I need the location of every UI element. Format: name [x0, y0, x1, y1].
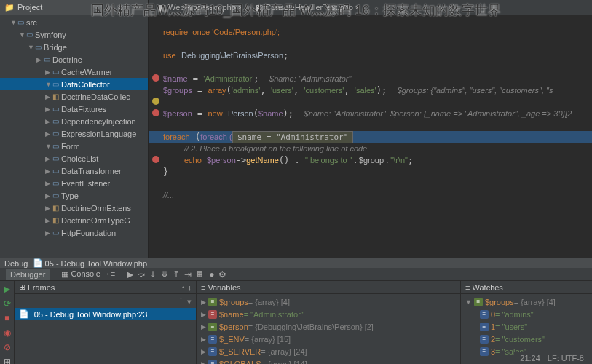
editor-area: ◧ WebProcessor.php ×◧ ConsoleHandlerTest…	[149, 0, 592, 258]
breakpoint-icon[interactable]	[152, 109, 159, 116]
tab-console[interactable]: ▦ Console →≡	[57, 268, 119, 280]
variable-row[interactable]: ▶≡$person = {Debugging\JetBrains\Person}…	[197, 320, 460, 333]
frames-title: Frames	[28, 283, 55, 292]
variables-panel: ≡ Variables ▶≡$groups = {array} [4]▶≡$na…	[197, 281, 461, 364]
watches-panel: ≡ Watches ▼≡$groups = {array} [4] ≡0 = "…	[461, 281, 592, 364]
settings-icon[interactable]: ⚙	[218, 269, 226, 280]
debug-toolbar: Debugger ▦ Console →≡ ▶ ⤼ ⤓ ⤋ ⤒ ⇥ 🖩 ● ⚙	[0, 268, 592, 281]
file-icon: 📄	[19, 309, 29, 319]
tree-node[interactable]: ▶◧DoctrineOrmTypeG	[0, 214, 148, 226]
tree-node[interactable]: ▶▭DataTransformer	[0, 165, 148, 177]
force-step-icon[interactable]: ⤋	[161, 269, 168, 280]
debug-left-rail: ▶ ⟳ ■ ◉ ⊘ ⊞	[0, 281, 15, 364]
debug-title-bar[interactable]: Debug 📄 05 - Debug Tool Window.php	[0, 258, 592, 268]
variable-row[interactable]: ▶≡$GLOBALS = {array} [14]	[197, 357, 460, 364]
watch-item[interactable]: ≡1 = "users"	[461, 320, 592, 333]
evaluate-icon[interactable]: 🖩	[196, 269, 205, 280]
tree-node[interactable]: ▼▭Form	[0, 140, 148, 152]
view-bp-icon[interactable]: ◉	[4, 328, 11, 338]
tree-node[interactable]: ▼▭DataCollector	[0, 78, 148, 90]
resume-icon[interactable]: ▶	[127, 269, 133, 280]
code-editor[interactable]: require_once 'Code/Person.php'; use Debu…	[149, 26, 592, 258]
step-over-icon[interactable]: ⤼	[138, 269, 145, 280]
run-to-cursor-icon[interactable]: ⇥	[184, 269, 192, 280]
rerun-icon[interactable]: ▶	[4, 284, 10, 294]
editor-tab[interactable]: ◧ WebProcessor.php ×	[153, 1, 248, 14]
variables-title: Variables	[208, 283, 240, 292]
stack-frame[interactable]: 📄 05 - Debug Tool Window.php:23	[15, 308, 196, 320]
tab-debugger[interactable]: Debugger	[6, 269, 50, 280]
warn-icon	[152, 98, 159, 105]
watch-item[interactable]: ≡2 = "customers"	[461, 333, 592, 345]
variable-row[interactable]: ▶≡$groups = {array} [4]	[197, 296, 460, 308]
watch-item[interactable]: ≡0 = "admins"	[461, 308, 592, 320]
tree-node[interactable]: ▶▭HttpFoundation	[0, 226, 148, 239]
breakpoint-icon[interactable]	[152, 74, 159, 82]
tree-node[interactable]: ▼▭Bridge	[0, 41, 148, 53]
tree-node[interactable]: ▼▭Symfony	[0, 28, 148, 41]
mute-bp-icon[interactable]: ⊘	[4, 342, 11, 352]
tree-node[interactable]: ▶▭DataFixtures	[0, 103, 148, 115]
file-icon: 📄	[33, 258, 43, 268]
tree-node[interactable]: ▶▭CacheWarmer	[0, 66, 148, 78]
editor-tabs[interactable]: ◧ WebProcessor.php ×◧ ConsoleHandlerTest…	[149, 0, 592, 15]
status-bar: 21:24 LF: UTF-8:	[514, 352, 592, 364]
layout-icon[interactable]: ⊞	[4, 357, 11, 364]
frames-icon: ⊞	[19, 282, 25, 292]
project-header[interactable]: 📁 Project	[0, 0, 148, 15]
tree-node[interactable]: ▶▭EventListener	[0, 177, 148, 189]
tree-node[interactable]: ▶▭Doctrine	[0, 53, 148, 66]
tree-node[interactable]: ▶▭Type	[0, 189, 148, 202]
tree-node[interactable]: ▶▭ChoiceList	[0, 152, 148, 165]
variable-row[interactable]: ▶≡$_ENV = {array} [15]	[197, 333, 460, 345]
variable-row[interactable]: ▶≡$name = "Administrator"	[197, 308, 460, 320]
tree-node[interactable]: ▼▭src	[0, 16, 148, 28]
frames-panel: ⊞ Frames↑ ↓ ⋮ ▾ 📄 05 - Debug Tool Window…	[15, 281, 197, 364]
step-into-icon[interactable]: ⤓	[149, 269, 157, 280]
stop-icon[interactable]: ■	[4, 313, 9, 323]
console-icon: ▦	[61, 269, 68, 278]
thread-icon[interactable]: ⋮ ▾	[177, 297, 192, 306]
variable-row[interactable]: ▶≡$_SERVER = {array} [24]	[197, 345, 460, 357]
tree-node[interactable]: ▶◧DoctrineOrmExtens	[0, 202, 148, 214]
breakpoint-icon[interactable]	[152, 156, 159, 163]
watches-title: Watches	[472, 283, 502, 292]
tree-node[interactable]: ▶▭ExpressionLanguage	[0, 127, 148, 140]
cursor-pos[interactable]: 21:24	[520, 354, 540, 363]
resume-icon[interactable]: ⟳	[4, 298, 11, 309]
editor-tab[interactable]: ◧ ConsoleHandlerTest.php ×	[250, 1, 366, 14]
encoding[interactable]: LF: UTF-8:	[548, 354, 586, 363]
project-title: Project	[17, 3, 42, 12]
tree-node[interactable]: ▶▭DependencyInjection	[0, 115, 148, 127]
step-out-icon[interactable]: ⤒	[173, 269, 180, 280]
toggle-bp-icon[interactable]: ●	[209, 269, 214, 280]
debug-panel: Debug 📄 05 - Debug Tool Window.php Debug…	[0, 258, 592, 364]
project-tree[interactable]: ▼▭src▼▭Symfony▼▭Bridge▶▭Doctrine▶▭CacheW…	[0, 15, 148, 258]
folder-icon: 📁	[4, 3, 15, 12]
watch-row[interactable]: ▼≡$groups = {array} [4]	[461, 296, 592, 308]
eval-tooltip: $name = "Administrator"	[232, 131, 353, 143]
tree-node[interactable]: ▶◧DoctrineDataCollec	[0, 90, 148, 103]
project-sidebar: 📁 Project ▼▭src▼▭Symfony▼▭Bridge▶▭Doctri…	[0, 0, 149, 258]
